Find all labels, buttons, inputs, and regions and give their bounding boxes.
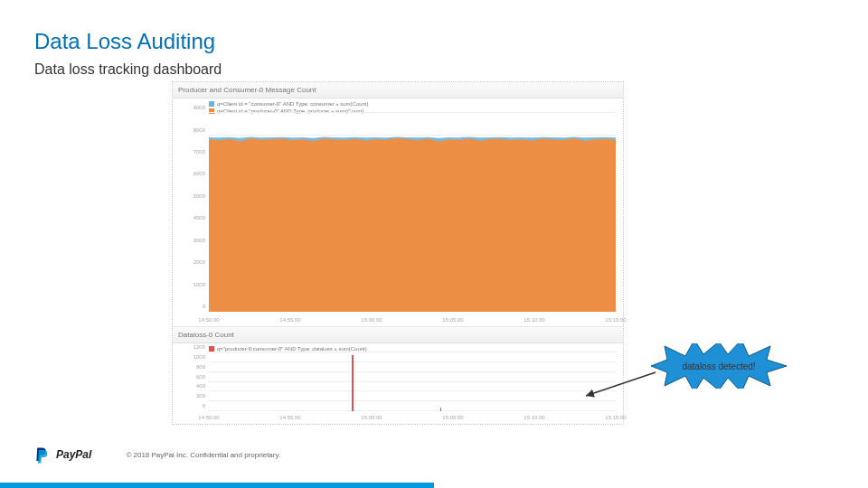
xtick: 15:00:00 xyxy=(361,415,382,420)
ytick: 6000 xyxy=(184,171,205,176)
dataloss-spike xyxy=(440,408,442,411)
paypal-wordmark: PayPal xyxy=(56,448,91,461)
chart1-title: Producer and Consumer-0 Message Count xyxy=(173,82,623,99)
xtick: 14:50:00 xyxy=(198,317,219,323)
ytick: 0 xyxy=(184,403,205,408)
xtick: 15:05:00 xyxy=(442,415,463,420)
xtick: 15:15:00 xyxy=(605,415,626,420)
ytick: 3000 xyxy=(184,238,205,243)
xtick: 15:15:00 xyxy=(605,317,626,323)
xtick: 14:55:00 xyxy=(279,415,300,420)
ytick: 5000 xyxy=(184,193,205,199)
xtick: 15:10:00 xyxy=(524,317,544,323)
copyright-text: © 2018 PayPal Inc. Confidential and prop… xyxy=(126,451,280,459)
callout-label: dataloss detected! xyxy=(682,361,755,371)
xtick: 15:00:00 xyxy=(361,317,382,323)
footer: PayPal © 2018 PayPal Inc. Confidential a… xyxy=(34,446,280,463)
ytick: 9000 xyxy=(184,105,205,110)
chart1-plot: 0 1000 2000 3000 4000 5000 6000 7000 800… xyxy=(209,113,616,312)
ytick: 800 xyxy=(184,364,205,370)
xtick: 15:05:00 xyxy=(442,317,463,323)
xtick: 14:50:00 xyxy=(198,415,219,420)
chart1-area-svg xyxy=(209,113,616,312)
ytick: 8000 xyxy=(184,127,205,133)
ytick: 400 xyxy=(184,383,205,389)
page-title: Data Loss Auditing xyxy=(34,29,215,54)
ytick: 1200 xyxy=(184,344,205,350)
dashboard-panel: Producer and Consumer-0 Message Count q=… xyxy=(172,81,624,425)
xtick: 14:55:00 xyxy=(279,317,300,323)
callout-starburst: dataloss detected! xyxy=(651,343,787,389)
chart2-title: Dataloss-0 Count xyxy=(173,327,623,343)
paypal-logo-icon xyxy=(34,446,49,463)
ytick: 2000 xyxy=(184,259,205,265)
ytick: 1000 xyxy=(184,282,205,287)
dataloss-spike xyxy=(352,355,354,411)
chart2-plot: 0 200 400 600 800 1000 1200 14:50:00 14:… xyxy=(209,352,616,411)
ytick: 4000 xyxy=(184,215,205,221)
ytick: 7000 xyxy=(184,149,205,155)
accent-bar xyxy=(0,483,868,488)
ytick: 600 xyxy=(184,374,205,380)
chart-message-count: Producer and Consumer-0 Message Count q=… xyxy=(173,82,623,326)
xtick: 15:10:00 xyxy=(524,415,544,420)
ytick: 0 xyxy=(184,304,205,309)
legend-consumer: q=Client id = "consumer-0" AND Type: con… xyxy=(209,101,369,107)
ytick: 1000 xyxy=(184,354,205,360)
page-subtitle: Data loss tracking dashboard xyxy=(34,61,222,78)
chart-dataloss: Dataloss-0 Count q="producer-0:consumer-… xyxy=(173,326,623,424)
ytick: 200 xyxy=(184,393,205,399)
